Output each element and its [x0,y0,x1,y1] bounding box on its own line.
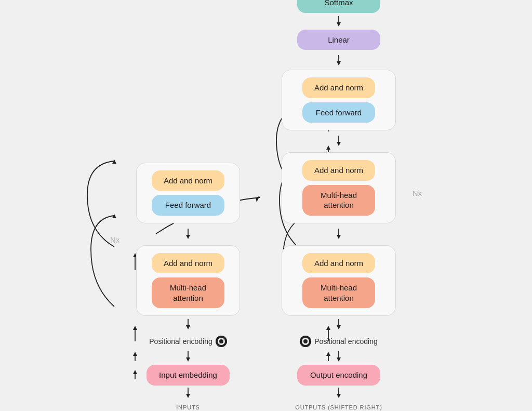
decoder-bottom-block: Add and norm Multi-head attention [282,245,396,316]
decoder-add-norm-top: Add and norm [302,77,375,98]
svg-point-36 [219,339,223,343]
svg-point-55 [303,339,308,343]
inputs-label: INPUTS [176,404,200,410]
encoder-add-norm-top: Add and norm [152,170,224,191]
svg-marker-57 [337,357,341,362]
decoder-top-block: Add and norm Feed forward [282,70,396,130]
encoder-positional-text: Positional encoding [149,337,212,346]
decoder-feed-forward: Feed forward [302,102,375,123]
decoder-multi-head-mid: Multi-head attention [302,185,375,216]
outputs-label: OUTPUTS (SHIFTED RIGHT) [295,404,382,410]
decoder-column: OUTPUT PROBABILITIES Softmax Linear Nx [282,0,396,410]
encoder-positional-row: Positional encoding [149,336,227,347]
svg-marker-9 [112,160,116,164]
decoder-positional-row: Positional encoding [300,336,377,347]
decoder-mid-block: Add and norm Multi-head attention [282,152,396,223]
columns-wrapper: Nx Add and norm Feed forward Add and nor… [136,0,396,411]
svg-marker-8 [112,214,116,218]
svg-marker-38 [186,357,190,362]
decoder-add-norm-mid: Add and norm [302,160,375,181]
encoder-wave-icon [216,336,227,347]
svg-marker-31 [186,235,190,239]
encoder-add-norm-bottom: Add and norm [152,253,224,274]
svg-marker-33 [186,325,190,329]
encoder-column: Nx Add and norm Feed forward Add and nor… [136,163,240,410]
encoder-top-block: Add and norm Feed forward [136,163,240,223]
decoder-positional-text: Positional encoding [314,337,377,346]
svg-marker-52 [337,325,341,329]
encoder-bottom-block: Add and norm Multi-head attention [136,245,240,316]
decoder-multi-head-bottom: Multi-head attention [302,277,375,308]
encoder-nx-label: Nx [110,235,119,244]
svg-marker-59 [337,394,341,398]
linear-box: Linear [297,30,380,50]
encoder-multi-head: Multi-head attention [152,277,224,308]
svg-marker-50 [337,235,341,239]
svg-marker-40 [186,394,190,398]
decoder-add-norm-bottom: Add and norm [302,253,375,274]
decoder-nx-label: Nx [413,189,422,197]
svg-marker-46 [337,61,341,65]
svg-marker-48 [337,142,341,146]
softmax-box: Softmax [297,0,380,13]
output-encoding: Output encoding [297,365,380,386]
input-embedding: Input embedding [147,365,230,386]
diagram-container: Nx Add and norm Feed forward Add and nor… [0,0,532,411]
encoder-feed-forward: Feed forward [152,195,224,216]
svg-marker-44 [337,22,341,26]
decoder-wave-icon [300,336,311,347]
